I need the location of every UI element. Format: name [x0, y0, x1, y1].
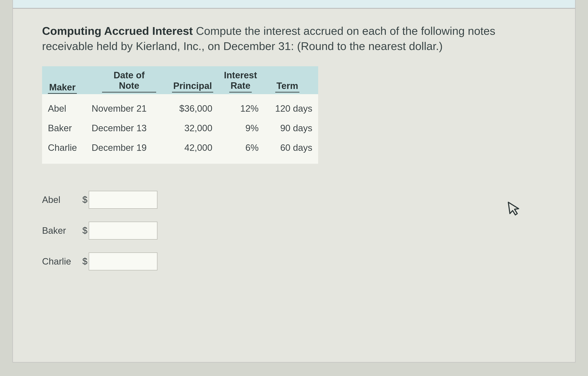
col-header-term-label: Term — [275, 81, 299, 93]
prompt-title: Computing Accrued Interest — [42, 25, 193, 37]
notes-table: Maker Date of Note Principal Interest Ra… — [42, 66, 318, 164]
question-prompt: Computing Accrued Interest Compute the i… — [42, 23, 521, 54]
answer-label-charlie: Charlie — [42, 256, 82, 267]
currency-symbol: $ — [82, 226, 89, 236]
col-header-date-bot: Note — [102, 80, 156, 93]
cell-date: December 19 — [92, 142, 167, 153]
cell-rate: 9% — [219, 123, 262, 133]
currency-symbol: $ — [82, 194, 89, 205]
cell-date: November 21 — [92, 103, 167, 114]
cell-term: 120 days — [262, 103, 312, 114]
cell-date: December 13 — [92, 123, 167, 133]
answer-input-abel[interactable] — [89, 191, 158, 209]
cell-term: 60 days — [262, 142, 312, 153]
cell-term: 90 days — [262, 123, 312, 133]
answer-row: Abel $ — [42, 191, 550, 209]
col-header-date-top: Date of — [114, 70, 145, 81]
answer-label-baker: Baker — [42, 226, 82, 236]
table-header: Maker Date of Note Principal Interest Ra… — [42, 66, 318, 94]
answer-row: Charlie $ — [42, 252, 550, 270]
col-header-rate: Interest Rate — [219, 70, 262, 93]
col-header-maker-label: Maker — [48, 82, 77, 94]
col-header-term: Term — [262, 81, 312, 93]
col-header-rate-top: Interest — [224, 70, 257, 81]
table-row: Charlie December 19 42,000 6% 60 days — [48, 138, 312, 158]
answer-input-charlie[interactable] — [89, 252, 158, 270]
cell-rate: 6% — [219, 142, 262, 153]
table-row: Baker December 13 32,000 9% 90 days — [48, 118, 312, 138]
col-header-principal-label: Principal — [172, 81, 213, 93]
cell-principal: 32,000 — [167, 123, 219, 133]
col-header-rate-bot: Rate — [229, 80, 252, 93]
table-body: Abel November 21 $36,000 12% 120 days Ba… — [42, 94, 318, 164]
question-card: Computing Accrued Interest Compute the i… — [12, 8, 576, 363]
cell-maker: Baker — [48, 123, 92, 133]
cell-maker: Abel — [48, 103, 92, 114]
cell-principal: 42,000 — [167, 142, 219, 153]
top-header-strip — [12, 0, 576, 8]
col-header-principal: Principal — [167, 81, 219, 93]
col-header-maker: Maker — [48, 82, 92, 93]
cell-rate: 12% — [219, 103, 262, 114]
answer-input-baker[interactable] — [89, 222, 158, 240]
answers-section: Abel $ Baker $ Charlie $ — [42, 191, 550, 270]
answer-label-abel: Abel — [42, 194, 82, 205]
table-row: Abel November 21 $36,000 12% 120 days — [48, 99, 312, 118]
currency-symbol: $ — [82, 256, 89, 267]
cell-maker: Charlie — [48, 142, 92, 153]
cell-principal: $36,000 — [167, 103, 219, 114]
answer-row: Baker $ — [42, 222, 550, 240]
col-header-date: Date of Note — [92, 70, 167, 93]
